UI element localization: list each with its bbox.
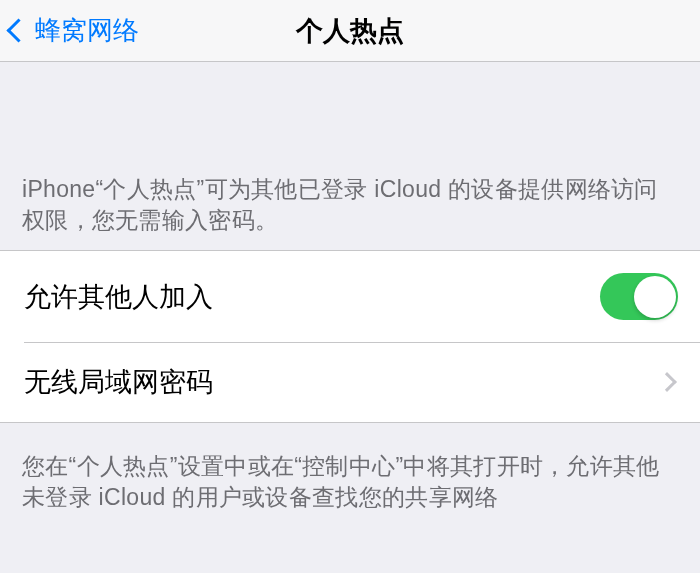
- wifi-password-label: 无线局域网密码: [24, 364, 213, 400]
- header-description-block: iPhone“个人热点”可为其他已登录 iCloud 的设备提供网络访问权限，您…: [0, 62, 700, 250]
- footer-description-text: 您在“个人热点”设置中或在“控制中心”中将其打开时，允许其他未登录 iCloud…: [22, 451, 678, 513]
- allow-others-label: 允许其他人加入: [24, 279, 213, 315]
- back-label: 蜂窝网络: [35, 13, 139, 48]
- navigation-bar: 蜂窝网络 个人热点: [0, 0, 700, 62]
- settings-group: 允许其他人加入 无线局域网密码: [0, 250, 700, 423]
- chevron-left-icon: [6, 18, 30, 42]
- page-title: 个人热点: [296, 13, 404, 49]
- footer-description-block: 您在“个人热点”设置中或在“控制中心”中将其打开时，允许其他未登录 iCloud…: [0, 423, 700, 527]
- toggle-knob: [634, 276, 676, 318]
- allow-others-row[interactable]: 允许其他人加入: [0, 251, 700, 342]
- chevron-right-icon: [657, 372, 677, 392]
- wifi-password-row[interactable]: 无线局域网密码: [0, 342, 700, 422]
- allow-others-toggle[interactable]: [600, 273, 678, 320]
- back-button[interactable]: 蜂窝网络: [0, 13, 139, 48]
- header-description-text: iPhone“个人热点”可为其他已登录 iCloud 的设备提供网络访问权限，您…: [22, 174, 678, 236]
